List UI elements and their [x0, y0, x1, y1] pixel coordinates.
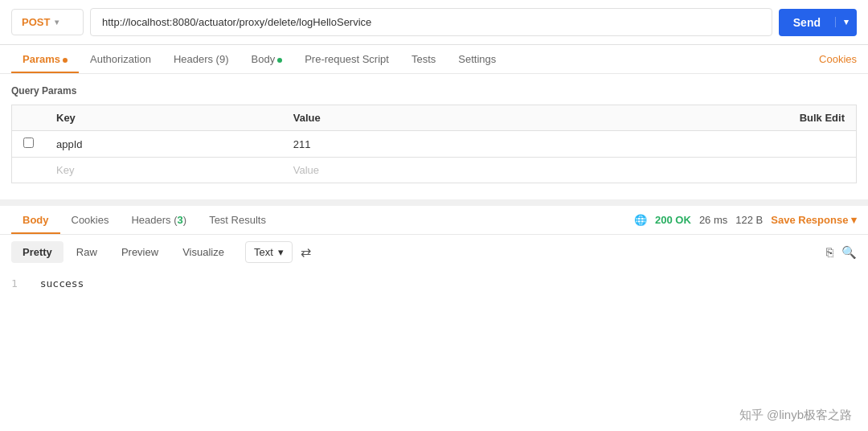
send-chevron: ▾ [835, 17, 857, 27]
text-format-dropdown[interactable]: Text ▾ [245, 241, 293, 263]
request-tab-nav: Params Authorization Headers (9) Body Pr… [0, 45, 868, 74]
format-raw-btn[interactable]: Raw [65, 241, 108, 263]
response-size: 122 B [735, 214, 763, 226]
method-select[interactable]: POST ▾ [11, 9, 84, 35]
line-number: 1 [11, 277, 18, 289]
send-button[interactable]: Send ▾ [779, 9, 857, 36]
text-dropdown-chevron: ▾ [278, 246, 284, 258]
cookies-link[interactable]: Cookies [819, 53, 857, 65]
response-tab-cookies[interactable]: Cookies [60, 206, 121, 234]
row2-value[interactable]: Value [282, 158, 525, 183]
params-dot [63, 58, 68, 63]
format-visualize-btn[interactable]: Visualize [171, 241, 235, 263]
tab-tests[interactable]: Tests [400, 45, 447, 73]
response-tab-nav: Body Cookies Headers (3) Test Results 🌐 … [0, 206, 868, 235]
globe-icon: 🌐 [634, 214, 647, 226]
tab-settings[interactable]: Settings [447, 45, 507, 73]
watermark: 知乎 @linyb极客之路 [739, 408, 852, 423]
response-tab-headers[interactable]: Headers (3) [120, 206, 198, 234]
section-divider [0, 199, 868, 206]
response-meta: 🌐 200 OK 26 ms 122 B Save Response ▾ [634, 214, 857, 226]
row1-checkbox[interactable] [23, 138, 34, 148]
app-container: POST ▾ Send ▾ Params Authorization Heade… [0, 0, 868, 431]
search-icon[interactable]: 🔍 [841, 245, 857, 260]
row2-key[interactable]: Key [45, 158, 282, 183]
url-bar: POST ▾ Send ▾ [0, 0, 868, 45]
format-preview-btn[interactable]: Preview [110, 241, 170, 263]
method-label: POST [22, 16, 50, 28]
format-toolbar: Pretty Raw Preview Visualize Text ▾ ⇄ ⎘ … [0, 235, 868, 269]
format-pretty-btn[interactable]: Pretty [11, 241, 63, 263]
response-tab-body[interactable]: Body [11, 206, 60, 234]
copy-icon[interactable]: ⎘ [826, 245, 833, 260]
response-content: success [40, 277, 84, 289]
response-time: 26 ms [699, 214, 727, 226]
tab-pre-request[interactable]: Pre-request Script [293, 45, 400, 73]
params-section: Query Params Key Value Bulk Edit appId 2… [0, 74, 868, 183]
text-format-label: Text [254, 246, 273, 258]
value-col-header: Value [282, 105, 525, 131]
tab-body[interactable]: Body [240, 45, 294, 73]
response-tab-test-results[interactable]: Test Results [198, 206, 277, 234]
row1-key[interactable]: appId [45, 131, 282, 158]
tab-headers[interactable]: Headers (9) [162, 45, 240, 73]
send-label: Send [779, 16, 835, 29]
method-chevron: ▾ [55, 18, 59, 27]
query-params-title: Query Params [11, 85, 857, 96]
url-input[interactable] [90, 8, 772, 36]
checkbox-col-header [12, 105, 46, 131]
params-table: Key Value Bulk Edit appId 211 Key [11, 105, 857, 183]
row1-value[interactable]: 211 [282, 131, 525, 158]
format-actions: ⎘ 🔍 [826, 245, 857, 260]
response-section: Body Cookies Headers (3) Test Results 🌐 … [0, 206, 868, 298]
key-col-header: Key [45, 105, 282, 131]
bulk-edit-btn[interactable]: Bulk Edit [524, 105, 856, 131]
table-row: Key Value [12, 158, 857, 183]
tab-authorization[interactable]: Authorization [79, 45, 162, 73]
response-body: 1 success [0, 269, 868, 298]
body-dot [277, 58, 282, 63]
wrap-icon[interactable]: ⇄ [301, 244, 311, 260]
table-row: appId 211 [12, 131, 857, 158]
save-response-btn[interactable]: Save Response ▾ [771, 214, 857, 226]
status-badge: 200 OK [655, 214, 691, 226]
tab-params[interactable]: Params [11, 45, 79, 73]
